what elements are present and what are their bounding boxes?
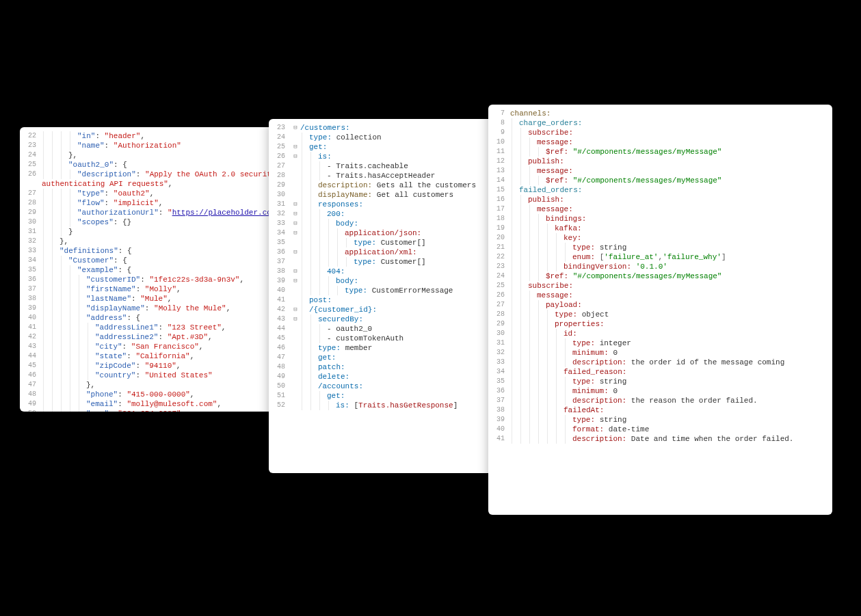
code-content[interactable]: "authorizationUrl": "https://placeholder…: [42, 208, 278, 217]
code-line[interactable]: 41description: Date and time when the or…: [488, 434, 832, 444]
code-content[interactable]: key:: [510, 233, 581, 243]
code-line[interactable]: 40format: date-time: [488, 425, 832, 434]
code-content[interactable]: minimum: 0: [510, 386, 618, 396]
code-line[interactable]: 35type: Customer[]: [269, 238, 500, 247]
code-line[interactable]: 30displayName: Get all customers: [269, 190, 500, 200]
code-line[interactable]: 11$ref: "#/components/messages/myMessage…: [488, 147, 832, 157]
code-content[interactable]: $ref: "#/components/messages/myMessage": [510, 176, 721, 185]
code-line[interactable]: 31⊟responses:: [269, 200, 500, 209]
code-line[interactable]: 7channels:: [488, 109, 832, 118]
code-line[interactable]: 39⊟body:: [269, 276, 500, 286]
code-content[interactable]: type: Customer[]: [300, 257, 426, 267]
code-line[interactable]: 47get:: [269, 353, 500, 362]
code-line[interactable]: 26message:: [488, 291, 832, 300]
code-content[interactable]: failedAt:: [510, 405, 604, 415]
code-line[interactable]: 25subscribe:: [488, 281, 832, 291]
code-content[interactable]: body:: [300, 276, 358, 286]
code-content[interactable]: charge_orders:: [510, 118, 582, 128]
code-line[interactable]: 33⊟body:: [269, 219, 500, 228]
fold-gutter[interactable]: ⊟: [291, 228, 300, 238]
code-line[interactable]: 8charge_orders:: [488, 118, 832, 128]
code-content[interactable]: description: the order id of the message…: [510, 358, 784, 367]
code-line[interactable]: 35type: string: [488, 377, 832, 386]
code-content[interactable]: $ref: "#/components/messages/myMessage": [510, 147, 721, 157]
code-line[interactable]: 33"definitions": {: [20, 246, 278, 256]
code-content[interactable]: - customTokenAuth: [300, 334, 403, 343]
code-line[interactable]: 36⊟application/xml:: [269, 247, 500, 257]
code-line[interactable]: 38failedAt:: [488, 405, 832, 415]
code-content[interactable]: type: string: [510, 377, 626, 386]
fold-gutter[interactable]: ⊟: [291, 267, 300, 276]
code-line[interactable]: 50/accounts:: [269, 381, 500, 391]
code-line[interactable]: 25"oauth2_0": {: [20, 160, 278, 170]
code-line[interactable]: 43⊟securedBy:: [269, 314, 500, 324]
code-content[interactable]: format: date-time: [510, 425, 649, 434]
code-content[interactable]: type: collection: [300, 133, 382, 142]
code-line[interactable]: 28"flow": "implicit",: [20, 198, 278, 208]
code-line[interactable]: 44- oauth2_0: [269, 324, 500, 334]
fold-gutter[interactable]: ⊟: [291, 152, 300, 161]
code-line[interactable]: 20key:: [488, 233, 832, 243]
code-content[interactable]: type: object: [510, 310, 609, 319]
code-content[interactable]: failed_reason:: [510, 367, 626, 377]
code-line[interactable]: 45"zipCode": "94110",: [20, 361, 278, 371]
code-line[interactable]: 23bindingVersion: '0.1.0': [488, 262, 832, 271]
code-line[interactable]: 46type: member: [269, 343, 500, 353]
code-line[interactable]: 40type: CustomErrorMessage: [269, 286, 500, 295]
code-line[interactable]: 24$ref: "#/components/messages/myMessage…: [488, 271, 832, 281]
code-line[interactable]: 48"phone": "415-000-0000",: [20, 390, 278, 399]
code-content[interactable]: "addressLine2": "Apt.#3D",: [42, 332, 213, 342]
code-line[interactable]: 42⊟/{customer_id}:: [269, 305, 500, 314]
code-line[interactable]: 30id:: [488, 329, 832, 338]
code-line[interactable]: 18bindings:: [488, 214, 832, 224]
code-content[interactable]: type: CustomErrorMessage: [300, 286, 453, 295]
code-content[interactable]: failed_orders:: [510, 185, 582, 195]
code-line[interactable]: 37"firstName": "Molly",: [20, 284, 278, 294]
code-line[interactable]: 23"name": "Authorization": [20, 141, 278, 150]
code-line[interactable]: 34⊟application/json:: [269, 228, 500, 238]
code-content[interactable]: type: string: [510, 243, 626, 252]
code-content[interactable]: 200:: [300, 209, 345, 219]
code-line[interactable]: 37type: Customer[]: [269, 257, 500, 267]
code-content[interactable]: "name": "Authorization": [42, 141, 181, 150]
code-content[interactable]: 404:: [300, 267, 345, 276]
code-line[interactable]: 39"displayName": "Molly the Mule",: [20, 304, 278, 313]
code-content[interactable]: "definitions": {: [42, 246, 132, 256]
code-content[interactable]: properties:: [510, 319, 605, 329]
code-content[interactable]: "scopes": {}: [42, 217, 131, 227]
code-content[interactable]: },: [42, 150, 77, 160]
code-line[interactable]: 48patch:: [269, 362, 500, 372]
code-content[interactable]: type: Customer[]: [300, 238, 426, 247]
code-content[interactable]: displayName: Get all customers: [300, 190, 453, 200]
code-content[interactable]: application/xml:: [300, 247, 417, 257]
code-content[interactable]: is:: [300, 152, 332, 161]
code-content[interactable]: get:: [300, 142, 327, 152]
code-line[interactable]: 28type: object: [488, 310, 832, 319]
code-line[interactable]: 31type: integer: [488, 338, 832, 348]
code-content[interactable]: subscribe:: [510, 128, 573, 137]
code-line[interactable]: 27"type": "oauth2",: [20, 189, 278, 198]
code-line[interactable]: 32minimum: 0: [488, 348, 832, 358]
code-content[interactable]: /{customer_id}:: [300, 305, 377, 314]
code-content[interactable]: "addressLine1": "123 Street",: [42, 323, 226, 332]
code-line[interactable]: 19kafka:: [488, 224, 832, 233]
code-content[interactable]: "oauth2_0": {: [42, 160, 127, 170]
fold-gutter[interactable]: ⊟: [291, 219, 300, 228]
code-line[interactable]: 43"city": "San Francisco",: [20, 342, 278, 351]
code-line[interactable]: 24},: [20, 150, 278, 160]
code-content[interactable]: "city": "San Francisco",: [42, 342, 203, 351]
code-content[interactable]: body:: [300, 219, 358, 228]
code-content[interactable]: securedBy:: [300, 314, 363, 324]
code-line[interactable]: 50"ssn": "321-654-0987",: [20, 409, 278, 412]
code-content[interactable]: enum: ['failure_at','failure_why']: [510, 252, 726, 262]
code-line[interactable]: 29properties:: [488, 319, 832, 329]
fold-gutter[interactable]: ⊟: [291, 247, 300, 257]
code-content[interactable]: is: [Traits.hasGetResponse]: [300, 401, 458, 410]
fold-gutter[interactable]: ⊟: [291, 209, 300, 219]
code-content[interactable]: - Traits.cacheable: [300, 161, 408, 171]
code-content[interactable]: "Customer": {: [42, 256, 127, 265]
code-content[interactable]: channels:: [510, 109, 551, 118]
code-content[interactable]: "displayName": "Molly the Mule",: [42, 304, 230, 313]
code-content[interactable]: "firstName": "Molly",: [42, 284, 181, 294]
code-line[interactable]: 32⊟200:: [269, 209, 500, 219]
